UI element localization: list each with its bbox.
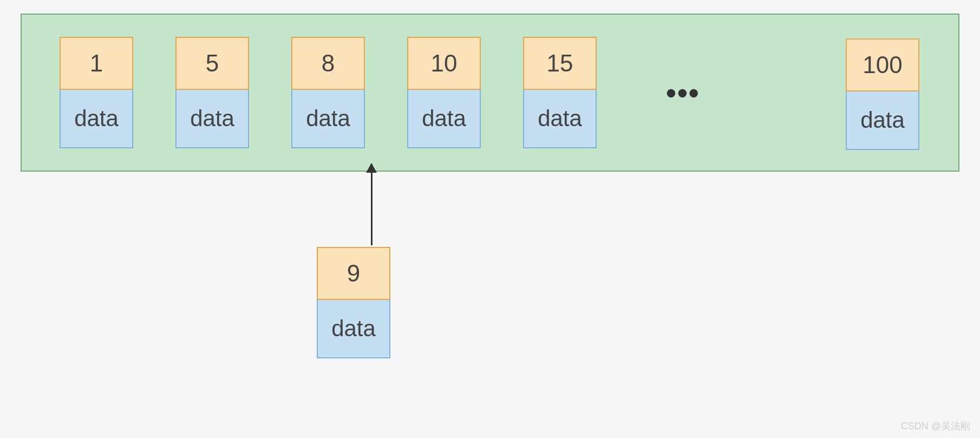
array-cell: 10 data xyxy=(407,37,481,148)
cell-data: data xyxy=(60,90,133,148)
cell-key: 5 xyxy=(175,37,249,90)
insert-cell: 9 data xyxy=(317,247,390,358)
cell-data: data xyxy=(407,90,481,148)
cell-key: 15 xyxy=(523,37,597,90)
cell-key: 100 xyxy=(846,38,919,91)
cell-data: data xyxy=(846,91,919,150)
cell-key: 10 xyxy=(407,37,481,90)
array-cell: 8 data xyxy=(291,37,365,148)
ellipsis: ••• xyxy=(666,76,700,109)
cell-key: 1 xyxy=(60,37,133,90)
array-cell-last: 100 data xyxy=(846,38,919,150)
arrow-up-icon xyxy=(366,163,377,173)
cell-key: 8 xyxy=(291,37,365,90)
cell-data: data xyxy=(523,90,597,148)
array-cell: 1 data xyxy=(60,37,133,148)
insert-arrow xyxy=(363,164,380,246)
array-cell: 5 data xyxy=(175,37,249,148)
arrow-line xyxy=(371,164,373,245)
watermark: CSDN @吴法刚 xyxy=(901,420,970,433)
cell-data: data xyxy=(291,90,365,148)
array-cell: 15 data xyxy=(523,37,597,148)
cell-data: data xyxy=(175,90,249,148)
cell-data: data xyxy=(317,300,390,358)
cell-key: 9 xyxy=(317,247,390,300)
array-container: 1 data 5 data 8 data 10 data 15 data •••… xyxy=(21,14,959,172)
